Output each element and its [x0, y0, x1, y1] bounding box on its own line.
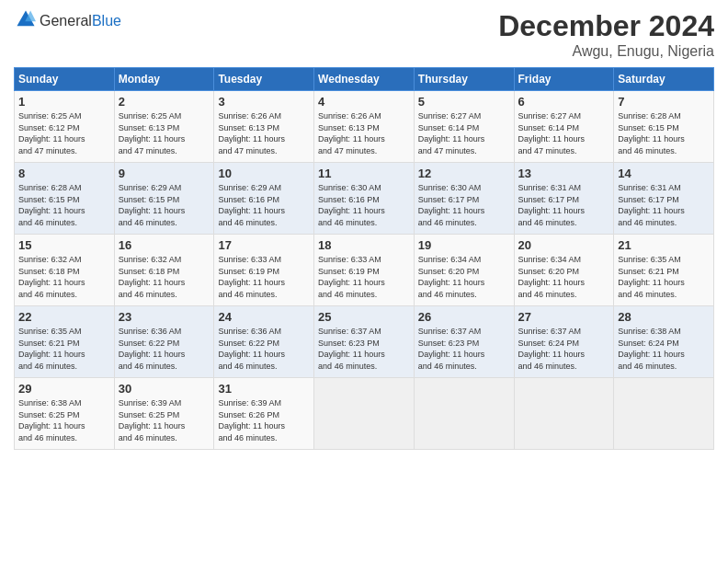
day-number: 24 — [218, 310, 310, 324]
calendar-cell: 14Sunrise: 6:31 AMSunset: 6:17 PMDayligh… — [614, 163, 714, 235]
day-number: 14 — [618, 167, 710, 180]
day-info: Sunrise: 6:33 AMSunset: 6:19 PMDaylight:… — [218, 255, 285, 299]
day-number: 30 — [119, 382, 210, 396]
day-number: 7 — [618, 95, 710, 109]
day-info: Sunrise: 6:35 AMSunset: 6:21 PMDaylight:… — [618, 255, 685, 299]
logo-blue: Blue — [92, 13, 121, 29]
day-number: 4 — [318, 95, 410, 109]
calendar-cell: 9Sunrise: 6:29 AMSunset: 6:15 PMDaylight… — [114, 163, 214, 235]
day-number: 9 — [119, 167, 210, 180]
calendar-cell: 23Sunrise: 6:36 AMSunset: 6:22 PMDayligh… — [114, 306, 214, 378]
calendar-cell: 17Sunrise: 6:33 AMSunset: 6:19 PMDayligh… — [214, 235, 314, 306]
calendar-cell: 16Sunrise: 6:32 AMSunset: 6:18 PMDayligh… — [114, 235, 214, 306]
table-row: 29Sunrise: 6:38 AMSunset: 6:25 PMDayligh… — [15, 378, 714, 450]
day-number: 12 — [418, 167, 510, 180]
day-info: Sunrise: 6:39 AMSunset: 6:25 PMDaylight:… — [119, 398, 186, 442]
calendar-cell: 15Sunrise: 6:32 AMSunset: 6:18 PMDayligh… — [15, 235, 115, 306]
calendar-cell — [314, 378, 415, 450]
day-info: Sunrise: 6:29 AMSunset: 6:16 PMDaylight:… — [218, 183, 285, 227]
day-number: 3 — [218, 95, 310, 109]
calendar-cell: 19Sunrise: 6:34 AMSunset: 6:20 PMDayligh… — [414, 235, 514, 306]
col-sunday: Sunday — [15, 68, 115, 91]
calendar-cell: 20Sunrise: 6:34 AMSunset: 6:20 PMDayligh… — [514, 235, 614, 306]
day-number: 18 — [318, 238, 410, 252]
calendar-cell: 29Sunrise: 6:38 AMSunset: 6:25 PMDayligh… — [15, 378, 115, 450]
calendar-cell: 5Sunrise: 6:27 AMSunset: 6:14 PMDaylight… — [414, 91, 514, 163]
day-info: Sunrise: 6:35 AMSunset: 6:21 PMDaylight:… — [18, 327, 85, 371]
calendar-cell: 11Sunrise: 6:30 AMSunset: 6:16 PMDayligh… — [314, 163, 415, 235]
day-number: 11 — [318, 167, 410, 180]
table-row: 8Sunrise: 6:28 AMSunset: 6:15 PMDaylight… — [15, 163, 714, 235]
day-info: Sunrise: 6:25 AMSunset: 6:13 PMDaylight:… — [119, 111, 186, 155]
day-number: 1 — [18, 95, 110, 109]
day-number: 13 — [518, 167, 610, 180]
col-tuesday: Tuesday — [214, 68, 314, 91]
col-friday: Friday — [514, 68, 614, 91]
day-info: Sunrise: 6:37 AMSunset: 6:23 PMDaylight:… — [418, 327, 485, 371]
day-info: Sunrise: 6:37 AMSunset: 6:24 PMDaylight:… — [518, 327, 586, 371]
day-number: 6 — [518, 95, 610, 109]
calendar-cell: 25Sunrise: 6:37 AMSunset: 6:23 PMDayligh… — [314, 306, 415, 378]
calendar-cell: 3Sunrise: 6:26 AMSunset: 6:13 PMDaylight… — [214, 91, 314, 163]
calendar-cell: 8Sunrise: 6:28 AMSunset: 6:15 PMDaylight… — [15, 163, 115, 235]
day-info: Sunrise: 6:27 AMSunset: 6:14 PMDaylight:… — [418, 111, 485, 155]
day-number: 25 — [318, 310, 410, 324]
title-block: December 2024 Awgu, Enugu, Nigeria — [498, 9, 714, 60]
day-info: Sunrise: 6:34 AMSunset: 6:20 PMDaylight:… — [518, 255, 586, 299]
calendar-cell: 28Sunrise: 6:38 AMSunset: 6:24 PMDayligh… — [614, 306, 714, 378]
day-info: Sunrise: 6:31 AMSunset: 6:17 PMDaylight:… — [618, 183, 685, 227]
calendar-cell: 26Sunrise: 6:37 AMSunset: 6:23 PMDayligh… — [414, 306, 514, 378]
logo-general: General — [40, 13, 92, 29]
day-info: Sunrise: 6:30 AMSunset: 6:17 PMDaylight:… — [418, 183, 485, 227]
day-info: Sunrise: 6:27 AMSunset: 6:14 PMDaylight:… — [518, 111, 586, 155]
day-info: Sunrise: 6:34 AMSunset: 6:20 PMDaylight:… — [418, 255, 485, 299]
col-thursday: Thursday — [414, 68, 514, 91]
calendar-cell: 2Sunrise: 6:25 AMSunset: 6:13 PMDaylight… — [114, 91, 214, 163]
calendar-page: GeneralBlue December 2024 Awgu, Enugu, N… — [0, 0, 728, 563]
day-number: 28 — [618, 310, 710, 324]
day-info: Sunrise: 6:29 AMSunset: 6:15 PMDaylight:… — [119, 183, 186, 227]
day-info: Sunrise: 6:37 AMSunset: 6:23 PMDaylight:… — [318, 327, 385, 371]
day-number: 19 — [418, 238, 510, 252]
day-info: Sunrise: 6:36 AMSunset: 6:22 PMDaylight:… — [119, 327, 186, 371]
main-title: December 2024 — [498, 9, 714, 43]
day-info: Sunrise: 6:32 AMSunset: 6:18 PMDaylight:… — [18, 255, 85, 299]
logo: GeneralBlue — [14, 9, 121, 33]
day-number: 8 — [18, 167, 110, 180]
day-info: Sunrise: 6:31 AMSunset: 6:17 PMDaylight:… — [518, 183, 586, 227]
day-number: 17 — [218, 238, 310, 252]
calendar-cell: 10Sunrise: 6:29 AMSunset: 6:16 PMDayligh… — [214, 163, 314, 235]
table-row: 22Sunrise: 6:35 AMSunset: 6:21 PMDayligh… — [15, 306, 714, 378]
calendar-cell: 21Sunrise: 6:35 AMSunset: 6:21 PMDayligh… — [614, 235, 714, 306]
logo-icon — [16, 9, 36, 29]
col-wednesday: Wednesday — [314, 68, 415, 91]
day-number: 2 — [119, 95, 210, 109]
calendar-cell: 18Sunrise: 6:33 AMSunset: 6:19 PMDayligh… — [314, 235, 415, 306]
calendar-cell: 12Sunrise: 6:30 AMSunset: 6:17 PMDayligh… — [414, 163, 514, 235]
header: GeneralBlue December 2024 Awgu, Enugu, N… — [14, 9, 714, 60]
calendar-cell: 7Sunrise: 6:28 AMSunset: 6:15 PMDaylight… — [614, 91, 714, 163]
col-monday: Monday — [114, 68, 214, 91]
day-info: Sunrise: 6:39 AMSunset: 6:26 PMDaylight:… — [218, 398, 285, 442]
day-info: Sunrise: 6:32 AMSunset: 6:18 PMDaylight:… — [119, 255, 186, 299]
day-info: Sunrise: 6:28 AMSunset: 6:15 PMDaylight:… — [18, 183, 85, 227]
day-number: 5 — [418, 95, 510, 109]
calendar-cell: 4Sunrise: 6:26 AMSunset: 6:13 PMDaylight… — [314, 91, 415, 163]
calendar-cell: 30Sunrise: 6:39 AMSunset: 6:25 PMDayligh… — [114, 378, 214, 450]
day-number: 26 — [418, 310, 510, 324]
day-number: 21 — [618, 238, 710, 252]
day-number: 23 — [119, 310, 210, 324]
calendar-cell — [414, 378, 514, 450]
subtitle: Awgu, Enugu, Nigeria — [498, 43, 714, 60]
day-info: Sunrise: 6:33 AMSunset: 6:19 PMDaylight:… — [318, 255, 385, 299]
calendar-cell: 27Sunrise: 6:37 AMSunset: 6:24 PMDayligh… — [514, 306, 614, 378]
day-number: 10 — [218, 167, 310, 180]
calendar-cell: 31Sunrise: 6:39 AMSunset: 6:26 PMDayligh… — [214, 378, 314, 450]
calendar-cell: 6Sunrise: 6:27 AMSunset: 6:14 PMDaylight… — [514, 91, 614, 163]
day-number: 15 — [18, 238, 110, 252]
calendar-header-row: Sunday Monday Tuesday Wednesday Thursday… — [15, 68, 714, 91]
day-number: 22 — [18, 310, 110, 324]
day-info: Sunrise: 6:26 AMSunset: 6:13 PMDaylight:… — [218, 111, 285, 155]
day-info: Sunrise: 6:38 AMSunset: 6:25 PMDaylight:… — [18, 398, 85, 442]
day-number: 20 — [518, 238, 610, 252]
